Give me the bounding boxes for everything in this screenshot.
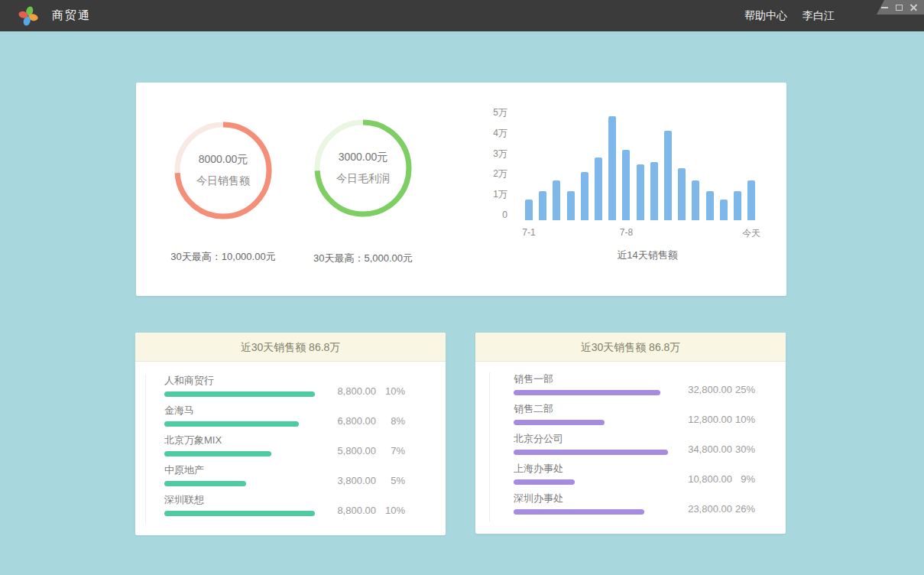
rank-row-value: 32,800.00 [671,383,732,397]
rank-row: 中原地产3,800.005% [164,463,446,493]
rank-row-values: 12,800.0010% [671,413,755,427]
bar-day-1 [525,200,533,220]
y-tick-label: 2万 [485,168,507,179]
rank-row-bar [164,481,246,486]
rank-row-percent: 26% [732,502,755,516]
y-tick-label: 3万 [485,148,507,159]
maximize-button[interactable] [895,3,903,12]
window-controls [877,0,924,15]
bar-day-4 [567,191,575,220]
bar-day-10 [650,162,658,220]
y-tick-label: 1万 [485,189,507,200]
today-sales-value: 8000.00元 [199,153,248,167]
titlebar: 商贸通 帮助中心 李白江 [0,0,924,31]
rank-row-bar [514,479,575,485]
rank-row-bar [514,509,644,515]
bar-day-9 [637,164,644,220]
rank-row-value: 5,800.00 [315,444,376,458]
bar-day-3 [553,180,560,220]
today-profit-value: 3000.00元 [339,151,388,164]
customer-rank-list: 人和商贸行8,800.0010%金海马6,800.008%北京万象MIX5,80… [145,374,446,523]
app-logo-pinwheel-icon [18,6,38,26]
y-tick-label: 4万 [485,128,507,138]
rank-row: 人和商贸行8,800.0010% [164,374,446,404]
bar-day-6 [595,158,602,220]
user-name-link[interactable]: 李白江 [802,9,835,23]
customer-sales-rank-card: 近30天销售额 86.8万 人和商贸行8,800.0010%金海马6,800.0… [135,333,446,535]
rank-row-percent: 10% [376,385,405,398]
rank-row-value: 34,800.00 [671,443,732,456]
rank-row-bar [164,421,299,427]
rank-row-values: 5,800.007% [315,444,405,458]
rank-row-percent: 10% [732,413,755,427]
x-tick-label: 今天 [734,227,768,240]
rank-row-value: 23,800.00 [671,502,732,516]
rank-row-values: 10,800.009% [671,473,755,486]
rank-row-percent: 7% [376,444,405,458]
bar-day-16 [734,191,741,220]
rank-row-values: 8,800.0010% [315,504,405,518]
bar-day-14 [706,191,714,220]
bar-day-15 [720,200,728,220]
rank-row-bar [164,391,315,397]
rank-row-values: 8,800.0010% [315,385,405,398]
customer-rank-title: 近30天销售额 86.8万 [135,333,446,362]
rank-row-percent: 25% [732,383,755,397]
rank-row-percent: 9% [732,473,755,486]
bar-day-2 [539,191,546,220]
bar-day-8 [622,150,630,221]
rank-row-values: 34,800.0030% [671,443,755,456]
x-tick-label: 7-1 [512,227,546,238]
rank-row-value: 3,800.00 [315,474,376,488]
rank-row-bar [164,511,315,516]
rank-row: 销售二部12,800.0010% [514,402,786,432]
rank-row: 销售一部32,800.0025% [514,372,786,402]
rank-row-value: 12,800.00 [671,413,732,427]
sales-14d-bar-chart: 5万4万3万2万1万0 7-17-8今天 近14天销售额 [485,83,783,296]
maximize-icon [896,5,903,11]
rank-row-percent: 10% [376,504,405,518]
bar-day-11 [664,131,672,220]
chart-title: 近14天销售额 [502,249,793,262]
rank-row: 北京分公司34,800.0030% [514,432,786,462]
rank-row-percent: 30% [732,443,755,456]
rank-row-bar [514,420,605,425]
rank-row-value: 6,800.00 [315,414,376,428]
bar-day-7 [608,116,616,220]
department-sales-rank-card: 近30天销售额 86.8万 销售一部32,800.0025%销售二部12,800… [475,333,786,534]
bar-day-5 [581,172,588,220]
help-center-link[interactable]: 帮助中心 [744,9,787,23]
today-sales-ring-chart: 8000.00元 今日销售额 [172,119,274,222]
rank-row-values: 3,800.005% [315,474,405,488]
department-rank-list: 销售一部32,800.0025%销售二部12,800.0010%北京分公司34,… [489,372,786,521]
rank-row-value: 10,800.00 [671,473,732,486]
rank-row: 北京万象MIX5,800.007% [164,434,446,463]
rank-row-bar [514,390,660,395]
rank-row: 深圳联想8,800.0010% [164,493,446,523]
rank-row-percent: 8% [376,414,405,428]
today-profit-ring-chart: 3000.00元 今日毛利润 [312,117,414,219]
rank-row-bar [164,451,271,456]
close-icon [910,4,917,11]
bar-day-13 [692,180,699,220]
rank-row-values: 6,800.008% [315,414,405,428]
rank-row-value: 8,800.00 [315,504,376,518]
rank-row: 上海办事处10,800.009% [514,462,786,492]
close-button[interactable] [909,3,917,12]
y-tick-label: 5万 [485,107,507,118]
plot-area [525,116,767,220]
department-rank-title: 近30天销售额 86.8万 [475,333,786,362]
rank-row-values: 23,800.0026% [671,502,755,516]
rank-row: 金海马6,800.008% [164,404,446,434]
minimize-icon [881,7,888,8]
today-profit-label: 今日毛利润 [336,172,390,186]
bar-day-12 [678,168,686,220]
profit-30d-max-text: 30天最高：5,000.00元 [279,252,447,265]
today-sales-label: 今日销售额 [196,174,250,188]
rank-row: 深圳办事处23,800.0026% [514,492,786,521]
today-summary-card: 8000.00元 今日销售额 30天最高：10,000.00元 3000.00元… [136,83,786,296]
rank-row-percent: 5% [376,474,405,488]
rank-row-bar [514,450,668,455]
rank-row-values: 32,800.0025% [671,383,755,397]
app-title: 商贸通 [52,8,91,23]
